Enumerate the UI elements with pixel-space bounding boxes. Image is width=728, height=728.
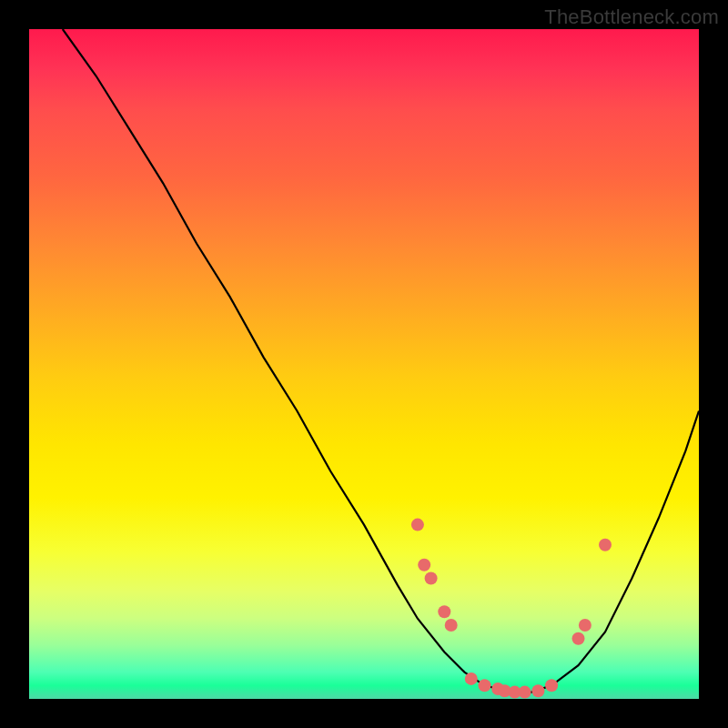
data-point: [479, 679, 491, 692]
chart-frame: TheBottleneck.com: [0, 0, 728, 728]
data-point: [425, 572, 438, 585]
data-point: [545, 679, 558, 692]
highlight-points: [411, 519, 612, 699]
data-point: [599, 539, 612, 551]
watermark-text: TheBottleneck.com: [544, 5, 719, 29]
data-point: [418, 559, 430, 571]
data-point: [438, 605, 450, 618]
data-point: [572, 632, 585, 645]
data-point: [519, 686, 531, 699]
bottleneck-curve: [63, 29, 699, 693]
data-point: [579, 619, 592, 632]
data-point: [531, 684, 544, 697]
data-point: [411, 519, 424, 531]
data-point: [465, 672, 478, 685]
plot-area: [29, 29, 699, 699]
data-point: [445, 619, 458, 632]
curve-svg: [29, 29, 699, 699]
